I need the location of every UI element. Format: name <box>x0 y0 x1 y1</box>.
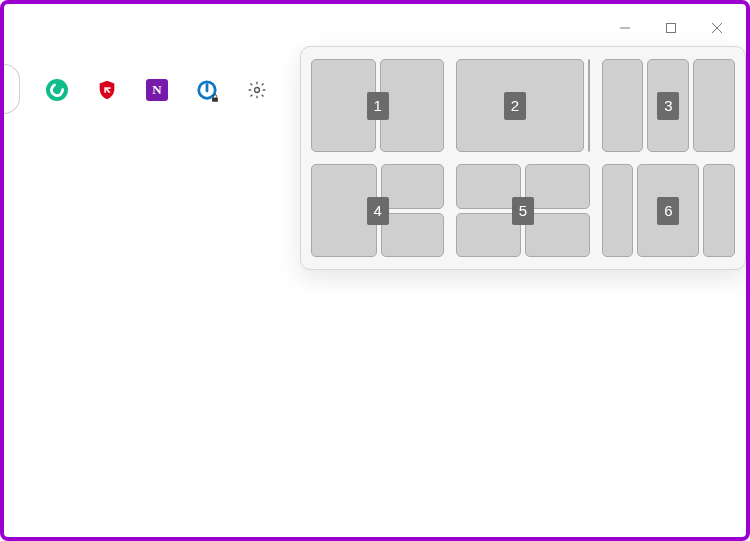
svg-rect-5 <box>212 98 218 102</box>
layout-badge: 4 <box>367 197 389 225</box>
snap-zone <box>381 164 445 209</box>
snap-zone <box>602 164 634 257</box>
snap-layout-option-3[interactable]: 3 <box>602 59 735 152</box>
idm-icon[interactable] <box>196 79 218 101</box>
snap-zone <box>602 59 644 152</box>
snap-layout-option-5[interactable]: 5 <box>456 164 589 257</box>
snap-zone <box>525 213 590 258</box>
window-controls <box>602 12 740 44</box>
onenote-icon[interactable]: N <box>146 79 168 101</box>
minimize-button[interactable] <box>602 12 648 44</box>
snap-layout-option-1[interactable]: 1 <box>311 59 444 152</box>
snap-zone-group <box>381 164 445 257</box>
ublock-icon[interactable] <box>96 79 118 101</box>
snap-zone <box>381 213 445 258</box>
settings-icon[interactable] <box>246 79 268 101</box>
snap-zone <box>525 164 590 209</box>
snap-layouts-flyout: 1 2 3 4 5 6 <box>300 46 746 270</box>
layout-badge: 1 <box>367 92 389 120</box>
snap-zone-group <box>525 164 590 257</box>
svg-point-6 <box>255 88 260 93</box>
snap-zone <box>588 59 590 152</box>
layout-badge: 5 <box>512 197 534 225</box>
snap-layout-option-2[interactable]: 2 <box>456 59 589 152</box>
svg-rect-1 <box>667 24 676 33</box>
layout-badge: 3 <box>657 92 679 120</box>
maximize-button[interactable] <box>648 12 694 44</box>
snap-zone <box>380 59 445 152</box>
close-button[interactable] <box>694 12 740 44</box>
snap-zone <box>703 164 735 257</box>
snap-layout-option-4[interactable]: 4 <box>311 164 444 257</box>
layout-badge: 2 <box>504 92 526 120</box>
layout-badge: 6 <box>657 197 679 225</box>
snap-layout-option-6[interactable]: 6 <box>602 164 735 257</box>
snap-zone <box>693 59 735 152</box>
grammarly-icon[interactable] <box>46 79 68 101</box>
